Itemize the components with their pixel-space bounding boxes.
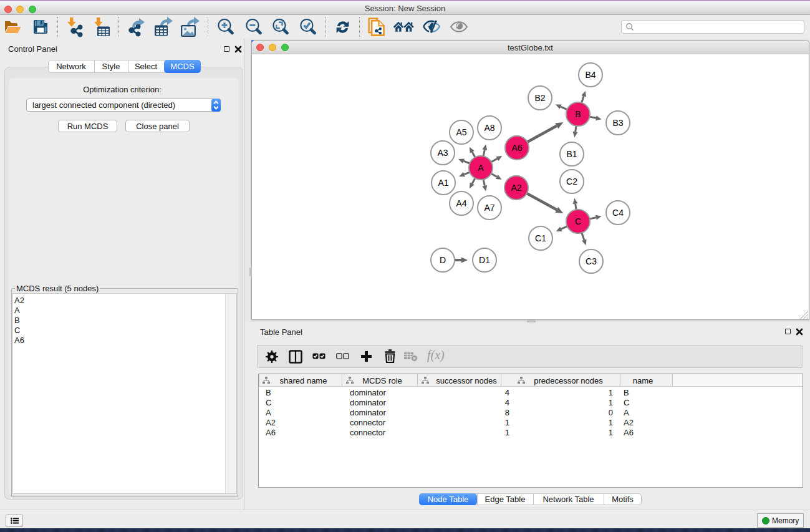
svg-text:A1: A1 [438,178,448,188]
svg-text:B: B [575,109,581,119]
svg-text:A: A [478,163,484,173]
svg-text:D: D [440,255,446,265]
svg-text:A2: A2 [511,183,521,193]
svg-text:B1: B1 [566,149,577,159]
svg-text:A5: A5 [456,127,466,137]
svg-text:A6: A6 [511,143,522,153]
svg-text:A8: A8 [484,123,494,133]
svg-text:A4: A4 [456,198,466,208]
svg-text:C4: C4 [612,208,624,218]
svg-text:C1: C1 [535,233,546,243]
svg-text:C3: C3 [586,256,597,266]
svg-text:B4: B4 [585,70,595,80]
svg-text:D1: D1 [479,255,490,265]
svg-text:C: C [575,216,581,226]
svg-text:C2: C2 [566,177,577,186]
svg-text:B2: B2 [534,93,545,103]
svg-text:A7: A7 [484,203,494,213]
svg-text:A3: A3 [437,148,448,158]
svg-text:B3: B3 [612,118,623,128]
